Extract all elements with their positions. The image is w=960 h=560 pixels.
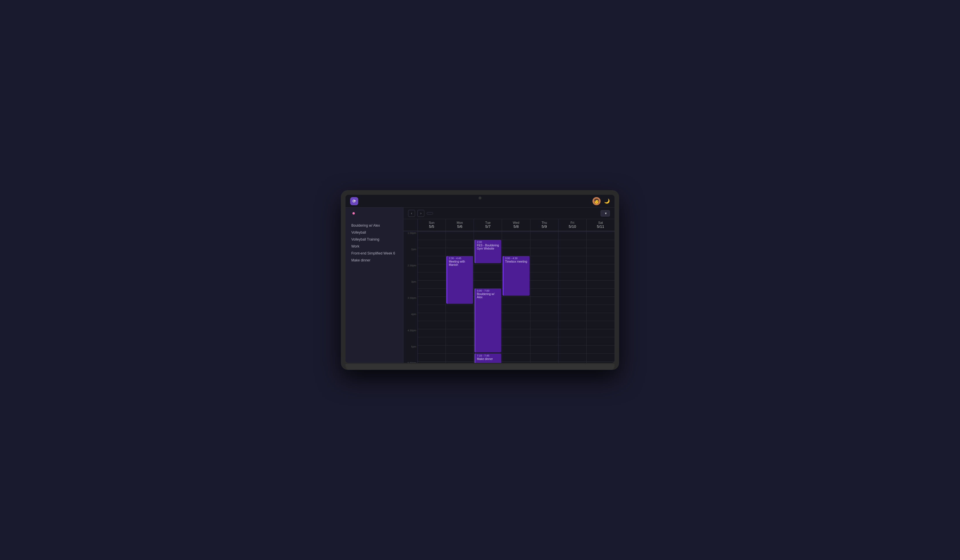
time-slot: 3pm <box>403 280 418 288</box>
grid-line <box>446 362 474 362</box>
main-area: Bouldering w/ Alex Volleyball Volleyball… <box>346 208 614 363</box>
brain-dump-title <box>349 211 400 216</box>
event-block[interactable]: 7:15 - 7:45Make dinner <box>475 354 501 363</box>
grid-line <box>587 280 614 281</box>
event-block[interactable]: 2:00FES - Bouldering Gym Website <box>475 240 501 263</box>
sidebar: Bouldering w/ Alex Volleyball Volleyball… <box>346 208 403 363</box>
grid-line <box>474 264 502 264</box>
grid-line <box>530 240 558 240</box>
grid-line <box>530 321 558 321</box>
time-slot <box>403 305 418 313</box>
grid-line <box>446 337 474 338</box>
grid-line <box>530 256 558 256</box>
grid-line <box>530 345 558 346</box>
event-block[interactable]: 5:00 - 7:00Bouldering w/ Alex <box>475 288 501 352</box>
app-container: ⟳ 🧑 🌙 <box>346 195 614 363</box>
time-slot: 1:30pm <box>403 232 418 240</box>
prev-button[interactable]: ‹ <box>408 210 415 217</box>
event-block[interactable]: 3:00 - 4:30Timebox meeting <box>502 256 529 296</box>
event-time: 3:00 - 4:30 <box>505 257 528 260</box>
grid-line <box>502 321 530 321</box>
grid-line <box>587 288 614 289</box>
grid-line <box>530 272 558 272</box>
grid-line <box>587 240 614 240</box>
time-slot: 5pm <box>403 345 418 354</box>
grid-line <box>558 264 586 264</box>
event-title: Make dinner <box>477 357 500 361</box>
grid-line <box>446 345 474 346</box>
time-slot <box>403 354 418 362</box>
calendar-toolbar: ‹ › ▾ <box>403 208 614 219</box>
event-block[interactable]: 2:30 - 4:45Meeting with Manish <box>446 256 473 304</box>
camera-notch <box>478 197 482 199</box>
grid-line <box>558 256 586 256</box>
today-button[interactable] <box>427 212 433 214</box>
grid-line <box>418 288 445 289</box>
day-header-fri: Fri5/10 <box>558 219 586 230</box>
event-time: 2:00 <box>477 241 500 243</box>
time-slot: 5:30pm <box>403 362 418 363</box>
event-title: Timebox meeting <box>505 260 528 263</box>
grid-line <box>418 362 445 362</box>
grid-line <box>418 272 445 272</box>
logo-area: ⟳ <box>350 197 361 205</box>
task-item[interactable]: Bouldering w/ Alex <box>349 222 400 229</box>
grid-line <box>558 280 586 281</box>
day-header-mon: Mon5/6 <box>445 219 474 230</box>
grid-line <box>530 313 558 313</box>
time-header-cell <box>403 219 418 230</box>
day-header-tue: Tue5/7 <box>474 219 502 230</box>
grid-line <box>587 321 614 321</box>
avatar: 🧑 <box>592 197 601 205</box>
grid-line <box>418 337 445 338</box>
grid-line <box>558 240 586 240</box>
day-header-sat: Sat5/11 <box>586 219 614 230</box>
logo-icon: ⟳ <box>350 197 358 205</box>
time-slot: 4:30pm <box>403 329 418 337</box>
week-selector[interactable]: ▾ <box>601 210 610 216</box>
grid-line <box>558 362 586 362</box>
next-button[interactable]: › <box>418 210 424 217</box>
grid-line <box>558 313 586 313</box>
event-time: 2:30 - 4:45 <box>449 257 472 260</box>
grid-line <box>474 272 502 272</box>
time-slot <box>403 288 418 296</box>
day-col-tue: 2:00FES - Bouldering Gym Website5:00 - 7… <box>474 232 502 363</box>
dark-mode-icon[interactable]: 🌙 <box>604 198 610 204</box>
grid-line <box>558 345 586 346</box>
grid-line <box>502 240 530 240</box>
add-tasks-button[interactable] <box>349 265 400 269</box>
time-slot: 3:30pm <box>403 296 418 305</box>
task-item[interactable]: Front-end Simplified Week 6 <box>349 250 400 257</box>
grid-line <box>418 232 445 232</box>
day-col-mon: 2:30 - 4:45Meeting with Manish <box>445 232 474 363</box>
time-slot: 4pm <box>403 313 418 321</box>
day-col-sun <box>418 232 445 363</box>
task-item[interactable]: Volleyball <box>349 229 400 236</box>
grid-line <box>587 313 614 313</box>
time-column: 1:30pm2pm2:30pm3pm3:30pm4pm4:30pm5pm5:30… <box>403 232 418 363</box>
task-item[interactable]: Work <box>349 243 400 250</box>
grid-line <box>530 288 558 289</box>
grid-line <box>418 313 445 313</box>
laptop-frame: ⟳ 🧑 🌙 <box>341 190 619 370</box>
grid-line <box>558 288 586 289</box>
grid-line <box>502 337 530 338</box>
grid-line <box>587 362 614 362</box>
task-item[interactable]: Volleyball Training <box>349 236 400 243</box>
calendar-grid: Sun5/5 Mon5/6 Tue5/7 Wed5/8 <box>403 219 614 363</box>
time-slot: 2pm <box>403 248 418 256</box>
time-slot <box>403 272 418 280</box>
calendar: ‹ › ▾ Sun5/5 <box>403 208 614 363</box>
grid-line <box>587 232 614 232</box>
grid-line <box>587 345 614 346</box>
grid-line <box>418 345 445 346</box>
event-title: Meeting with Manish <box>449 260 472 266</box>
grid-line <box>502 232 530 232</box>
task-item[interactable]: Make dinner <box>349 257 400 264</box>
grid-line <box>530 296 558 297</box>
grid-line <box>587 296 614 297</box>
grid-line <box>502 296 530 297</box>
day-col-fri: 8:00 - 11:00Work <box>558 232 586 363</box>
tasks-label <box>349 219 400 221</box>
